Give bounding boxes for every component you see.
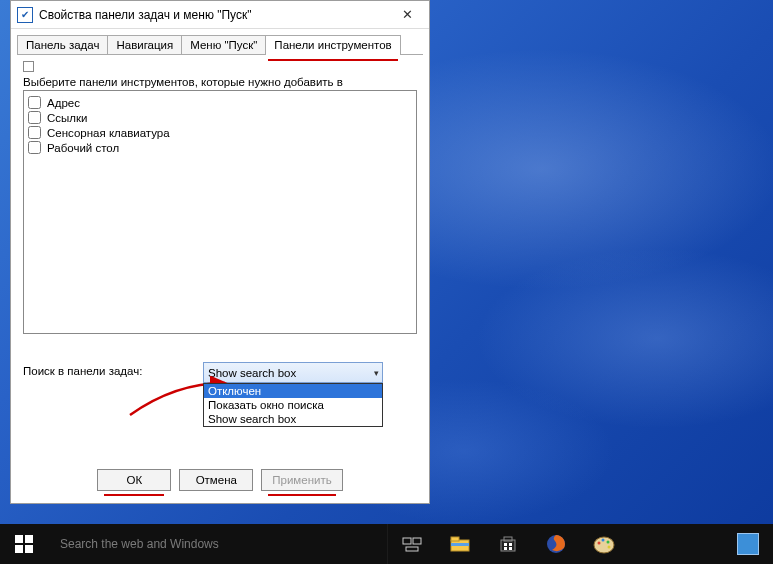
toolbar-label: Ссылки [47, 112, 88, 124]
toolbar-item-links[interactable]: Ссылки [28, 110, 412, 125]
option-label: Показать окно поиска [208, 399, 324, 411]
dropdown-option-show-window[interactable]: Показать окно поиска [204, 398, 382, 412]
toolbar-item-address[interactable]: Адрес [28, 95, 412, 110]
svg-rect-10 [501, 540, 515, 551]
toolbar-item-desktop[interactable]: Рабочий стол [28, 140, 412, 155]
dropdown-option-disabled[interactable]: Отключен [204, 384, 382, 398]
tab-taskbar[interactable]: Панель задач [17, 35, 108, 54]
toolbars-listbox[interactable]: Адрес Ссылки Сенсорная клавиатура Рабочи… [23, 90, 417, 334]
tab-label: Навигация [116, 39, 173, 51]
toolbar-label: Адрес [47, 97, 80, 109]
tab-label: Панель задач [26, 39, 99, 51]
paint-icon[interactable] [580, 534, 628, 554]
checkbox[interactable] [28, 111, 41, 124]
instruction-text: Выберите панели инструментов, которые ну… [23, 76, 417, 88]
button-label: Отмена [196, 474, 237, 486]
app-icon: ✔ [17, 7, 33, 23]
svg-rect-0 [15, 535, 23, 543]
toolbar-label: Рабочий стол [47, 142, 119, 154]
taskbar-pinned-apps [388, 524, 628, 564]
windows-logo-icon [15, 535, 33, 553]
close-button[interactable]: ✕ [385, 1, 429, 29]
button-label: ОК [126, 474, 142, 486]
svg-rect-12 [504, 543, 507, 546]
svg-rect-14 [504, 547, 507, 550]
tab-strip: Панель задач Навигация Меню "Пуск" Панел… [11, 29, 429, 54]
chevron-down-icon: ▾ [374, 368, 379, 378]
svg-point-20 [607, 541, 610, 544]
cancel-button[interactable]: Отмена [179, 469, 253, 491]
ok-button[interactable]: ОК [97, 469, 171, 491]
window-title: Свойства панели задач и меню "Пуск" [39, 8, 385, 22]
tab-navigation[interactable]: Навигация [107, 35, 182, 54]
tab-content: Выберите панели инструментов, которые ну… [17, 54, 423, 453]
dropdown-option-show-box[interactable]: Show search box [204, 412, 382, 426]
svg-rect-13 [509, 543, 512, 546]
svg-point-21 [608, 546, 611, 549]
firefox-icon[interactable] [532, 534, 580, 554]
svg-rect-5 [413, 538, 421, 544]
tab-label: Панели инструментов [274, 39, 391, 51]
svg-rect-9 [451, 543, 469, 546]
toolbar-label: Сенсорная клавиатура [47, 127, 170, 139]
tab-start-menu[interactable]: Меню "Пуск" [181, 35, 266, 54]
start-button[interactable] [0, 524, 48, 564]
svg-point-19 [602, 539, 605, 542]
dialog-button-row: ОК Отмена Применить [11, 459, 429, 503]
tab-toolbars[interactable]: Панели инструментов [265, 35, 400, 55]
search-dropdown: Отключен Показать окно поиска Show searc… [203, 383, 383, 427]
checkbox[interactable] [28, 141, 41, 154]
annotation-underline [104, 494, 164, 496]
svg-point-18 [598, 542, 601, 545]
search-placeholder: Search the web and Windows [60, 537, 219, 551]
store-icon[interactable] [484, 535, 532, 553]
svg-rect-2 [15, 545, 23, 553]
system-tray[interactable] [737, 524, 773, 564]
small-checkbox[interactable] [23, 61, 34, 72]
svg-rect-3 [25, 545, 33, 553]
annotation-underline [268, 59, 397, 61]
task-view-icon[interactable] [388, 536, 436, 552]
file-explorer-icon[interactable] [436, 536, 484, 552]
option-label: Отключен [208, 385, 261, 397]
svg-rect-6 [406, 547, 418, 551]
svg-rect-8 [451, 537, 459, 541]
taskbar-search-input[interactable]: Search the web and Windows [48, 524, 388, 564]
windows-taskbar: Search the web and Windows [0, 524, 773, 564]
apply-button[interactable]: Применить [261, 469, 342, 491]
tray-app-icon[interactable] [737, 533, 759, 555]
svg-rect-1 [25, 535, 33, 543]
option-label: Show search box [208, 413, 296, 425]
checkbox[interactable] [28, 96, 41, 109]
svg-rect-15 [509, 547, 512, 550]
tab-label: Меню "Пуск" [190, 39, 257, 51]
checkbox[interactable] [28, 126, 41, 139]
annotation-underline [268, 494, 335, 496]
button-label: Применить [272, 474, 331, 486]
titlebar[interactable]: ✔ Свойства панели задач и меню "Пуск" ✕ [11, 1, 429, 29]
toolbar-item-touchkeyboard[interactable]: Сенсорная клавиатура [28, 125, 412, 140]
taskbar-properties-dialog: ✔ Свойства панели задач и меню "Пуск" ✕ … [10, 0, 430, 504]
svg-rect-4 [403, 538, 411, 544]
